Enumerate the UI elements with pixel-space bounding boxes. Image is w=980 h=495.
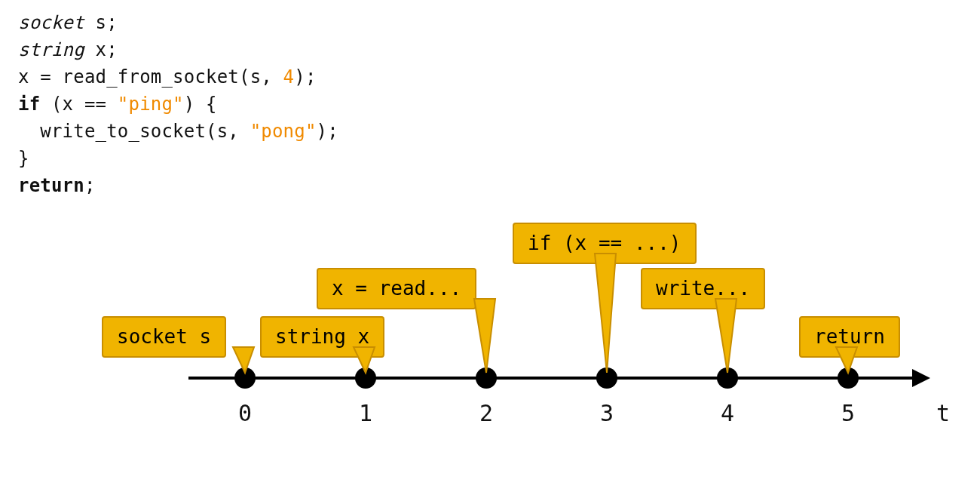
callout-write: write... bbox=[641, 268, 765, 309]
svg-marker-3 bbox=[595, 254, 616, 373]
tick-label-1: 1 bbox=[343, 396, 388, 430]
callout-pointer-4-icon bbox=[715, 299, 740, 373]
tick-label-3: 3 bbox=[584, 396, 629, 430]
svg-marker-4 bbox=[715, 299, 737, 373]
callout-label-x-read: x = read... bbox=[332, 277, 461, 300]
tick-label-2: 2 bbox=[464, 396, 509, 430]
svg-marker-1 bbox=[354, 347, 375, 373]
code-rest-1: s; bbox=[84, 12, 118, 33]
callout-pointer-2-icon bbox=[474, 299, 498, 373]
code-keyword-return: return bbox=[18, 175, 84, 196]
code-5b: ); bbox=[317, 121, 338, 142]
callout-label-return: return bbox=[814, 325, 885, 348]
code-7b: ; bbox=[84, 175, 96, 196]
code-rest-2: x; bbox=[84, 39, 118, 60]
code-line-4: if (x == "ping") { bbox=[18, 91, 338, 118]
code-3b: ); bbox=[294, 66, 316, 88]
callout-pointer-0-icon bbox=[233, 347, 257, 373]
code-literal-pong: "pong" bbox=[250, 121, 317, 142]
svg-marker-0 bbox=[233, 347, 254, 373]
code-type-socket: socket bbox=[18, 12, 84, 33]
code-line-5: write_to_socket(s, "pong"); bbox=[18, 118, 338, 145]
callout-label-if: if (x == ...) bbox=[528, 232, 681, 254]
svg-marker-5 bbox=[836, 347, 857, 373]
code-block: socket s; string x; x = read_from_socket… bbox=[18, 9, 338, 199]
code-type-string: string bbox=[18, 39, 84, 60]
timeline-axis: t 0 1 2 3 4 5 bbox=[188, 377, 912, 380]
timeline-axis-label: t bbox=[936, 396, 950, 430]
tick-label-5: 5 bbox=[825, 396, 871, 430]
callout-socket-s: socket s bbox=[102, 316, 226, 358]
code-4b: ) { bbox=[184, 94, 217, 115]
callout-label-write: write... bbox=[656, 277, 750, 300]
callout-label-socket-s: socket s bbox=[117, 325, 211, 348]
tick-label-0: 0 bbox=[222, 396, 268, 430]
callout-label-string-x: string x bbox=[275, 325, 369, 348]
code-line-6: } bbox=[18, 145, 338, 172]
callout-pointer-5-icon bbox=[836, 347, 860, 373]
code-keyword-if: if bbox=[18, 94, 40, 115]
callout-pointer-3-icon bbox=[595, 254, 619, 373]
code-literal-4: 4 bbox=[283, 66, 295, 88]
code-line-2: string x; bbox=[18, 36, 338, 63]
code-3a: x = read_from_socket(s, bbox=[18, 66, 283, 88]
callout-x-read: x = read... bbox=[317, 268, 476, 309]
code-5a: write_to_socket(s, bbox=[18, 121, 250, 142]
tick-label-4: 4 bbox=[705, 396, 750, 430]
code-line-1: socket s; bbox=[18, 9, 338, 36]
code-literal-ping: "ping" bbox=[118, 94, 184, 115]
code-line-7: return; bbox=[18, 172, 338, 199]
callout-pointer-1-icon bbox=[354, 347, 378, 373]
svg-marker-2 bbox=[474, 299, 495, 373]
code-4a: (x == bbox=[40, 94, 118, 115]
code-line-3: x = read_from_socket(s, 4); bbox=[18, 63, 338, 91]
arrow-right-icon bbox=[912, 369, 930, 387]
